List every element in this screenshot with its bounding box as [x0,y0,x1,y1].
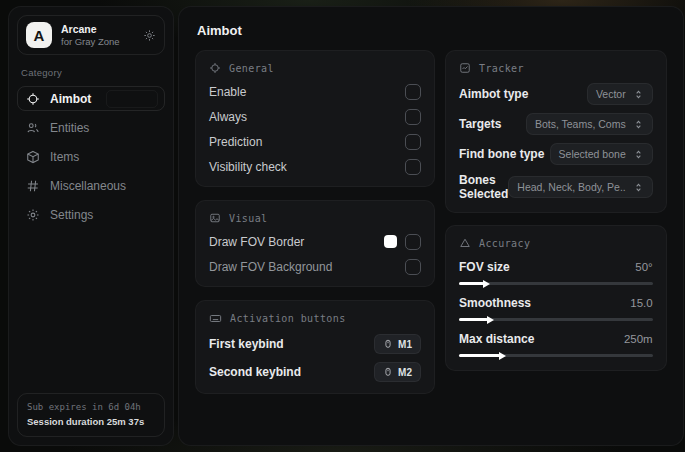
setting-label: Prediction [209,135,262,149]
sidebar-nav: Aimbot Entities Items [17,86,165,227]
setting-label: Smoothness [459,296,531,310]
draw-fov-background-checkbox[interactable] [405,259,421,275]
mouse-icon [383,338,393,350]
enable-checkbox[interactable] [405,84,421,100]
crosshair-icon [26,92,40,106]
slider-fill [459,354,500,357]
crosshair-icon [209,62,221,74]
keyboard-icon [209,312,222,325]
slider-fill [459,282,484,285]
select-value: Head, Neck, Body, Pe.. [517,181,625,193]
gear-icon [26,208,40,222]
sidebar-item-label: Aimbot [50,92,91,106]
sidebar-item-miscellaneous[interactable]: Miscellaneous [17,173,165,198]
chevrons-up-down-icon [633,149,644,160]
setting-label: Second keybind [209,365,301,379]
setting-row-visibility-check: Visibility check [209,158,421,175]
accuracy-card: Accuracy FOV size 50° [445,225,667,371]
slider-fill [459,318,488,321]
keybind-value: M1 [398,339,412,350]
setting-label: Max distance [459,332,534,346]
chevrons-up-down-icon [633,182,644,193]
subscription-info: Sub expires in 6d 04h Session duration 2… [17,393,165,437]
setting-label: Find bone type [459,147,544,161]
first-keybind-button[interactable]: M1 [374,334,421,354]
setting-row-find-bone-type: Find bone type Selected bone [459,143,653,165]
setting-row-enable: Enable [209,83,421,100]
package-icon [26,150,40,164]
slider-thumb[interactable] [483,280,490,288]
sidebar-item-aimbot[interactable]: Aimbot [17,86,165,111]
app-subtitle: for Gray Zone [61,36,134,48]
sub-expiry-text: Sub expires in 6d 04h [27,401,155,415]
setting-label: Always [209,110,247,124]
main-panel: Aimbot General Enable [178,6,684,446]
prediction-checkbox[interactable] [405,134,421,150]
section-header: Accuracy [479,238,530,249]
select-value: Selected bone [559,148,626,160]
visual-card: Visual Draw FOV Border Draw FOV Backgrou… [195,200,435,287]
section-header: Activation buttons [230,313,346,324]
section-header: General [229,63,274,74]
slider-row-fov-size: FOV size 50° [459,260,653,285]
draw-fov-border-checkbox[interactable] [405,234,421,250]
setting-row-bones-selected: Bones Selected Head, Neck, Body, Pe.. [459,173,653,201]
max-distance-slider[interactable] [459,354,653,357]
setting-label: Draw FOV Background [209,260,332,274]
select-value: Bots, Teams, Coms [535,118,626,130]
section-header: Visual [229,213,268,224]
gear-icon[interactable] [143,29,156,42]
smoothness-slider[interactable] [459,318,653,321]
slider-value: 15.0 [630,297,652,309]
tracker-card: Tracker Aimbot type Vector [445,50,667,213]
setting-label: Targets [459,117,501,131]
second-keybind-button[interactable]: M2 [374,362,421,382]
app-logo: A [26,22,52,48]
triangle-icon [459,237,471,249]
section-header: Tracker [479,63,524,74]
setting-row-second-keybind: Second keybind M2 [209,362,421,382]
general-card: General Enable Always Prediction [195,50,435,187]
sidebar-item-label: Entities [50,121,89,135]
sidebar-item-entities[interactable]: Entities [17,115,165,140]
chevrons-up-down-icon [633,119,644,130]
sidebar-item-label: Miscellaneous [50,179,126,193]
setting-row-aimbot-type: Aimbot type Vector [459,83,653,105]
session-duration-text: Session duration 25m 37s [27,415,155,429]
bones-selected-select[interactable]: Head, Neck, Body, Pe.. [508,176,652,198]
hash-icon [26,179,40,193]
sidebar-item-label: Items [50,150,79,164]
slider-value: 50° [635,261,652,273]
always-checkbox[interactable] [405,109,421,125]
slider-value: 250m [624,333,653,345]
sidebar: A Arcane for Gray Zone Category [8,6,174,446]
setting-row-draw-fov-background: Draw FOV Background [209,258,421,275]
window: A Arcane for Gray Zone Category [8,6,677,446]
fov-size-slider[interactable] [459,282,653,285]
activation-buttons-card: Activation buttons First keybind M1 [195,300,435,394]
select-value: Vector [596,88,626,100]
targets-select[interactable]: Bots, Teams, Coms [526,113,653,135]
setting-label: Enable [209,85,246,99]
setting-row-always: Always [209,108,421,125]
slider-row-max-distance: Max distance 250m [459,332,653,357]
chevrons-up-down-icon [633,89,644,100]
slider-thumb[interactable] [487,316,494,324]
find-bone-type-select[interactable]: Selected bone [550,143,653,165]
setting-label: First keybind [209,337,284,351]
sidebar-item-label: Settings [50,208,93,222]
app-brand-card: A Arcane for Gray Zone [17,15,165,55]
image-icon [209,212,221,224]
setting-label: Bones Selected [459,173,508,201]
visibility-check-checkbox[interactable] [405,159,421,175]
setting-row-draw-fov-border: Draw FOV Border [209,233,421,250]
slider-row-smoothness: Smoothness 15.0 [459,296,653,321]
app-name: Arcane [61,23,134,36]
sidebar-item-settings[interactable]: Settings [17,202,165,227]
slider-thumb[interactable] [499,352,506,360]
aimbot-type-select[interactable]: Vector [587,83,653,105]
sidebar-item-items[interactable]: Items [17,144,165,169]
setting-label: Draw FOV Border [209,235,304,249]
keybind-value: M2 [398,367,412,378]
color-swatch[interactable] [384,235,397,248]
